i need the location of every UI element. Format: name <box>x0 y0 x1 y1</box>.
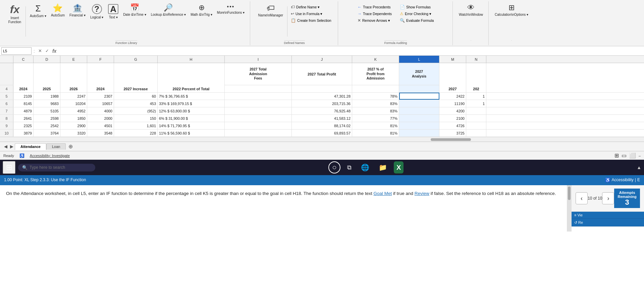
r9-k[interactable]: 81% <box>352 122 399 129</box>
financial-button[interactable]: 🏦 Financial ▾ <box>67 3 88 27</box>
r8-d[interactable]: 2598 <box>34 115 60 122</box>
r8-c[interactable]: 2641 <box>13 115 34 122</box>
r10-g[interactable]: 228 <box>114 130 158 137</box>
taskbar-circle-btn[interactable]: ○ <box>328 161 340 173</box>
text-button[interactable]: A Text ▾ <box>106 3 120 27</box>
r7-d[interactable]: 5105 <box>34 107 60 114</box>
name-manager-button[interactable]: 🏷 Name\nManager <box>256 3 285 27</box>
r9-j[interactable]: 88,174.02 <box>292 122 352 129</box>
r10-c[interactable]: 3879 <box>13 130 34 137</box>
r4-k[interactable] <box>352 85 399 92</box>
r10-j[interactable]: 69,893.57 <box>292 130 352 137</box>
cell-k-header[interactable]: 2027 % ofProfit fromAdmission <box>352 63 399 85</box>
r10-i[interactable] <box>225 130 292 137</box>
r7-n[interactable] <box>466 107 486 114</box>
r8-h[interactable]: 6% $ 31,900.00 $ <box>158 115 225 122</box>
r8-j[interactable]: 41,583.12 <box>292 115 352 122</box>
tab-attendance[interactable]: Attendance <box>15 143 46 150</box>
accessibility-label[interactable]: Accessibility: Investigate <box>30 154 70 158</box>
watch-window-button[interactable]: 👁 Watch\nWindow <box>457 3 485 27</box>
col-k[interactable]: K <box>352 56 399 63</box>
confirm-icon[interactable]: ✓ <box>44 48 50 54</box>
r9-m[interactable]: 4726 <box>439 122 466 129</box>
r4-i[interactable] <box>225 85 292 92</box>
r4-n[interactable]: 202 <box>466 85 486 92</box>
tab-nav-prev[interactable]: ◀ <box>3 144 9 149</box>
tab-nav-next[interactable]: ▶ <box>9 144 15 149</box>
col-l[interactable]: L <box>399 56 439 63</box>
col-m[interactable]: M <box>439 56 466 63</box>
r7-k[interactable]: 83% <box>352 107 399 114</box>
calculation-options-button[interactable]: ⊞ Calculation\nOptions ▾ <box>493 3 530 27</box>
r9-d[interactable]: 2542 <box>34 122 60 129</box>
r6-i[interactable] <box>225 100 292 107</box>
view-normal-icon[interactable]: ⊞ <box>614 152 619 159</box>
r8-e[interactable]: 1850 <box>60 115 87 122</box>
r8-l[interactable] <box>399 115 439 122</box>
r5-g[interactable]: 60 <box>114 93 158 100</box>
r9-h[interactable]: 14% $ 71,790.95 $ <box>158 122 225 129</box>
r8-f[interactable]: 2000 <box>87 115 114 122</box>
r5-h[interactable]: 7% $ 36,796.65 $ <box>158 93 225 100</box>
cell-i-header[interactable]: 2027 TotalAdmissionFees <box>225 63 292 85</box>
r9-n[interactable] <box>466 122 486 129</box>
use-in-formula-button[interactable]: ↩ Use in Formula ▾ <box>289 11 333 17</box>
r7-j[interactable]: 76,925.48 <box>292 107 352 114</box>
instr-prev-btn[interactable]: ‹ <box>576 192 588 204</box>
taskbar-excel[interactable]: X <box>394 161 404 173</box>
r9-f[interactable]: 4501 <box>87 122 114 129</box>
r5-d[interactable]: 1988 <box>34 93 60 100</box>
error-checking-button[interactable]: ⚠ Error Checking ▾ <box>398 11 435 17</box>
r5-e[interactable]: 2247 <box>60 93 87 100</box>
r5-i[interactable] <box>225 93 292 100</box>
math-trig-button[interactable]: ⊕ Math &\nTrig ▾ <box>189 3 214 27</box>
r9-i[interactable] <box>225 122 292 129</box>
instr-scrollbar[interactable] <box>568 187 571 200</box>
r6-m[interactable]: 11190 <box>439 100 466 107</box>
r7-g[interactable]: (952) <box>114 107 158 114</box>
fx-icon[interactable]: fx <box>51 48 58 54</box>
r9-l[interactable] <box>399 122 439 129</box>
r6-l[interactable] <box>399 100 439 107</box>
r6-c[interactable]: 8145 <box>13 100 34 107</box>
r6-d[interactable]: 9683 <box>34 100 60 107</box>
r10-f[interactable]: 3548 <box>87 130 114 137</box>
r6-k[interactable]: 83% <box>352 100 399 107</box>
taskbar-edge[interactable]: 🌐 <box>358 161 372 173</box>
r5-m[interactable]: 2422 <box>439 93 466 100</box>
r6-f[interactable]: 10657 <box>87 100 114 107</box>
r9-c[interactable]: 2325 <box>13 122 34 129</box>
taskbar-search-input[interactable] <box>30 165 90 170</box>
evaluate-formula-button[interactable]: 🔍 Evaluate Formula <box>398 17 435 23</box>
r5-n[interactable]: 1 <box>466 93 486 100</box>
instr-view-btn[interactable]: ≡ Vie <box>572 212 644 219</box>
view-layout-icon[interactable]: ▭ <box>622 152 627 159</box>
r5-j[interactable]: 47,301.28 <box>292 93 352 100</box>
instr-next-btn[interactable]: › <box>602 192 614 204</box>
r4-c[interactable]: 2024 <box>13 85 34 92</box>
taskbar-files[interactable]: 📁 <box>376 161 390 173</box>
col-c[interactable]: C <box>13 56 34 63</box>
r6-n[interactable]: 1 <box>466 100 486 107</box>
tab-loan[interactable]: Loan <box>46 143 66 150</box>
r8-n[interactable] <box>466 115 486 122</box>
r6-e[interactable]: 10204 <box>60 100 87 107</box>
formula-input[interactable] <box>59 48 643 54</box>
col-j[interactable]: J <box>292 56 352 63</box>
more-functions-button[interactable]: ••• More\nFunctions ▾ <box>215 3 247 27</box>
r7-m[interactable]: 4200 <box>439 107 466 114</box>
r7-i[interactable] <box>225 107 292 114</box>
r4-e[interactable]: 2026 <box>60 85 87 92</box>
r4-f[interactable]: 2024 <box>87 85 114 92</box>
r10-h[interactable]: 11% $ 56,590.60 $ <box>158 130 225 137</box>
review-link[interactable]: Review <box>415 191 429 196</box>
tab-add[interactable]: ⊕ <box>66 143 75 150</box>
col-f[interactable]: F <box>87 56 114 63</box>
r4-d[interactable]: 2025 <box>34 85 60 92</box>
trace-dependents-button[interactable]: → Trace Dependents <box>356 11 393 17</box>
r8-g[interactable]: 150 <box>114 115 158 122</box>
r7-f[interactable]: 4000 <box>87 107 114 114</box>
zoom-minus[interactable]: – <box>639 154 641 158</box>
col-i[interactable]: I <box>225 56 292 63</box>
r6-h[interactable]: 33% $ 169,979.15 $ <box>158 100 225 107</box>
